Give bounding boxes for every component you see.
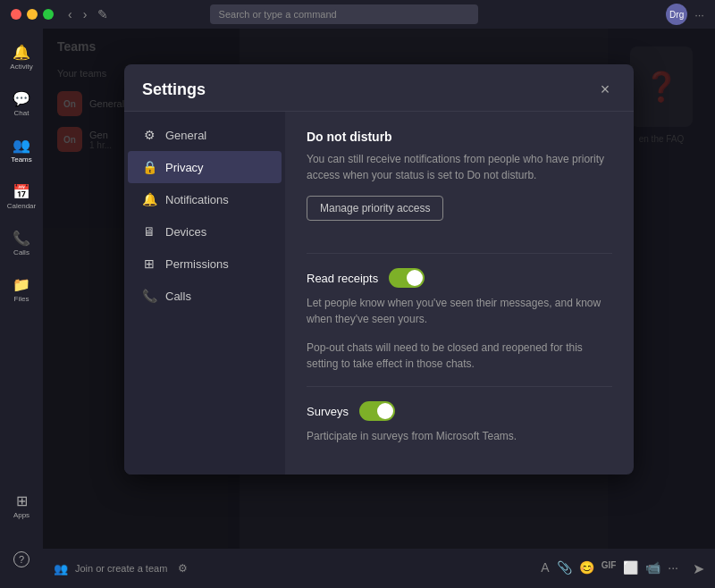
read-receipts-section: Read receipts Let people know when you'v… <box>307 268 612 372</box>
files-icon: 📁 <box>13 276 30 293</box>
nav-label-privacy: Privacy <box>165 161 204 174</box>
compose-icon[interactable]: ✎ <box>97 7 108 21</box>
nav-item-calls[interactable]: 📞 Calls <box>128 280 282 312</box>
sidebar-label-files: Files <box>14 295 29 303</box>
close-traffic-light[interactable] <box>11 9 21 20</box>
devices-icon: 🖥 <box>142 224 156 239</box>
nav-label-permissions: Permissions <box>165 257 229 271</box>
title-bar-right: Drg ··· <box>666 4 704 25</box>
join-team-label[interactable]: Join or create a team <box>75 563 167 574</box>
nav-label-general: General <box>165 129 206 142</box>
teams-icon: 👥 <box>13 137 30 154</box>
settings-nav: ⚙ General 🔒 Privacy 🔔 Notifications <box>124 112 285 475</box>
sidebar-item-calendar[interactable]: 📅 Calendar <box>4 175 39 218</box>
divider-1 <box>307 253 612 254</box>
sidebar-label-calls: Calls <box>13 248 29 256</box>
title-bar: ‹ › ✎ Search or type a command Drg ··· <box>0 0 715 29</box>
dnd-description: You can still receive notifications from… <box>307 151 612 183</box>
maximize-traffic-light[interactable] <box>43 9 54 20</box>
sidebar-label-activity: Activity <box>10 63 32 71</box>
minimize-traffic-light[interactable] <box>27 9 38 20</box>
content-area: Teams Your teams On General On Gen 1 hr.… <box>43 29 715 588</box>
chat-icon: 💬 <box>13 90 30 107</box>
send-icon[interactable]: ➤ <box>693 560 704 577</box>
privacy-icon: 🔒 <box>142 160 156 174</box>
settings-modal: Settings × ⚙ General 🔒 <box>124 64 634 475</box>
nav-item-devices[interactable]: 🖥 Devices <box>128 215 282 248</box>
nav-item-privacy[interactable]: 🔒 Privacy <box>128 151 282 183</box>
activity-icon: 🔔 <box>13 44 30 61</box>
nav-item-permissions[interactable]: ⊞ Permissions <box>128 248 282 280</box>
read-receipts-desc1: Let people know when you've seen their m… <box>307 295 612 327</box>
dnd-title: Do not disturb <box>307 130 612 144</box>
modal-title: Settings <box>142 80 206 99</box>
footer-toolbar: 👥 Join or create a team ⚙ A 📎 😊 GIF ⬜ 📹 … <box>43 549 715 588</box>
team-people-icon: 👥 <box>54 562 68 575</box>
permissions-icon: ⊞ <box>142 256 156 271</box>
nav-label-notifications: Notifications <box>165 193 229 206</box>
traffic-lights <box>11 9 54 20</box>
search-placeholder: Search or type a command <box>219 9 337 20</box>
nav-arrows: ‹ › <box>64 5 90 23</box>
emoji-icon[interactable]: 😊 <box>579 560 594 577</box>
read-receipts-toggle[interactable] <box>389 268 425 288</box>
sidebar-item-help[interactable]: ? <box>4 538 39 581</box>
surveys-label: Surveys <box>307 405 349 418</box>
sidebar-item-files[interactable]: 📁 Files <box>4 268 39 311</box>
sidebar-item-chat[interactable]: 💬 Chat <box>4 82 39 125</box>
more-footer-icon[interactable]: ··· <box>668 560 678 577</box>
surveys-row: Surveys <box>307 401 612 421</box>
notifications-icon: 🔔 <box>142 192 156 206</box>
sticker-icon[interactable]: ⬜ <box>623 560 638 577</box>
sidebar-label-calendar: Calendar <box>7 202 36 210</box>
sidebar-label-chat: Chat <box>14 109 29 117</box>
manage-priority-button[interactable]: Manage priority access <box>307 196 443 221</box>
settings-content: Do not disturb You can still receive not… <box>285 112 634 475</box>
close-button[interactable]: × <box>594 79 616 100</box>
footer-settings-icon[interactable]: ⚙ <box>178 562 188 575</box>
meeting-icon[interactable]: 📹 <box>645 560 660 577</box>
footer-left: 👥 Join or create a team ⚙ <box>54 562 534 575</box>
more-options-icon[interactable]: ··· <box>694 8 704 21</box>
nav-item-notifications[interactable]: 🔔 Notifications <box>128 183 282 215</box>
read-receipts-label: Read receipts <box>307 272 378 285</box>
calls-icon: 📞 <box>13 230 30 247</box>
attach-icon[interactable]: 📎 <box>557 560 572 577</box>
general-icon: ⚙ <box>142 128 156 142</box>
footer-icons: A 📎 😊 GIF ⬜ 📹 ··· ➤ <box>541 560 704 577</box>
format-icon[interactable]: A <box>541 560 549 577</box>
sidebar-item-activity[interactable]: 🔔 Activity <box>4 36 39 79</box>
divider-2 <box>307 386 612 387</box>
calls-nav-icon: 📞 <box>142 289 156 303</box>
surveys-section: Surveys Participate in surveys from Micr… <box>307 401 612 444</box>
dnd-section: Do not disturb You can still receive not… <box>307 130 612 239</box>
surveys-toggle[interactable] <box>359 401 395 421</box>
search-bar[interactable]: Search or type a command <box>210 4 478 24</box>
sidebar: 🔔 Activity 💬 Chat 👥 Teams 📅 Calendar 📞 C… <box>0 29 43 588</box>
forward-arrow[interactable]: › <box>80 5 91 23</box>
modal-overlay: Settings × ⚙ General 🔒 <box>43 29 715 588</box>
nav-item-general[interactable]: ⚙ General <box>128 119 282 151</box>
user-avatar[interactable]: Drg <box>666 4 687 25</box>
main-layout: 🔔 Activity 💬 Chat 👥 Teams 📅 Calendar 📞 C… <box>0 29 715 588</box>
sidebar-label-more: Apps <box>13 511 29 519</box>
help-icon: ? <box>13 551 29 567</box>
surveys-description: Participate in surveys from Microsoft Te… <box>307 428 612 444</box>
gif-icon[interactable]: GIF <box>601 560 617 577</box>
sidebar-item-more[interactable]: ⊞ Apps <box>4 484 39 527</box>
nav-label-devices: Devices <box>165 225 206 239</box>
app-shell: ‹ › ✎ Search or type a command Drg ··· 🔔… <box>0 0 715 588</box>
sidebar-label-teams: Teams <box>11 155 32 164</box>
sidebar-item-calls[interactable]: 📞 Calls <box>4 222 39 265</box>
nav-label-calls: Calls <box>165 290 191 303</box>
read-receipts-desc2: Pop-out chats will need to be closed and… <box>307 340 612 372</box>
read-receipts-row: Read receipts <box>307 268 612 288</box>
more-apps-icon: ⊞ <box>16 492 28 509</box>
modal-header: Settings × <box>124 64 634 112</box>
calendar-icon: 📅 <box>13 183 30 200</box>
modal-body: ⚙ General 🔒 Privacy 🔔 Notifications <box>124 112 634 475</box>
back-arrow[interactable]: ‹ <box>64 5 76 23</box>
sidebar-item-teams[interactable]: 👥 Teams <box>4 129 39 172</box>
